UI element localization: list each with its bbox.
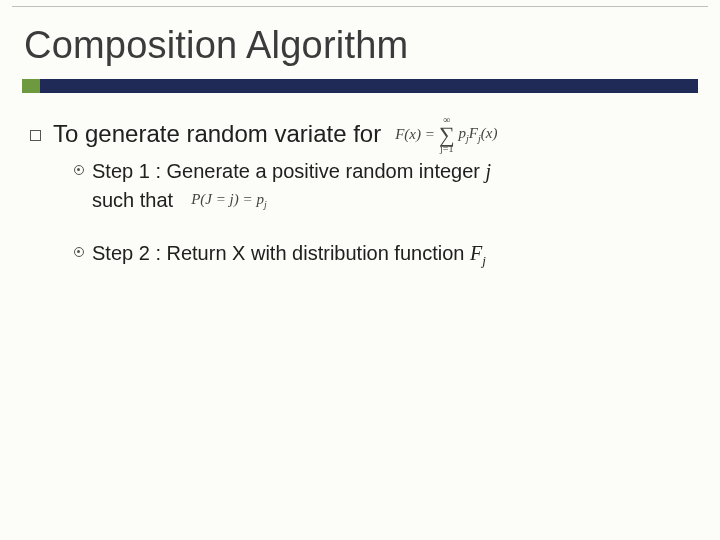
top-rule [12,6,708,7]
step-1-such-that-row: such that P(J = j) = pj [92,187,698,214]
sigma-block: ∞ ∑ j=1 [439,115,455,154]
slide-title: Composition Algorithm [24,24,698,67]
math-p: p [459,125,467,141]
step-1-text: Step 1 : Generate a positive random inte… [92,160,480,182]
step-2: Step 2 : Return X with distribution func… [74,240,698,270]
title-accent-chip [22,79,40,93]
math-F: F [469,125,478,141]
l1-text: To generate random variate for [53,118,381,150]
sigma-icon: ∑ [439,125,455,145]
math-arg: (x) [481,125,498,141]
step-2-body: Step 2 : Return X with distribution func… [92,240,698,270]
step-1-math-sub: j [264,199,267,210]
step-1: Step 1 : Generate a positive random inte… [74,158,698,214]
slide: Composition Algorithm To generate random… [0,0,720,540]
step-2-text: Step 2 : Return X with distribution func… [92,242,464,264]
step-1-math-lhs: P(J = j) = p [191,191,264,207]
sub-bullet-list: Step 1 : Generate a positive random inte… [30,158,698,270]
step-2-F-sub: j [482,253,486,268]
sigma-lower: j=1 [440,144,453,154]
title-accent-bar [22,79,698,93]
math-Fx: F(x) = [395,124,435,144]
step-1-var-j: j [486,160,492,182]
math-sum-expression: F(x) = ∞ ∑ j=1 pjFj(x) [395,115,497,154]
step-1-line: Step 1 : Generate a positive random inte… [92,158,698,185]
square-bullet-icon [30,130,41,141]
step-1-math: P(J = j) = pj [191,189,267,212]
vertical-gap [74,214,698,236]
math-term: pjFj(x) [459,123,498,146]
step-2-F: F [470,242,482,264]
step-1-such-that: such that [92,187,173,214]
step-2-Fj: Fj [470,242,486,264]
content-area: To generate random variate for F(x) = ∞ … [22,115,698,269]
step-1-body: Step 1 : Generate a positive random inte… [92,158,698,214]
circle-bullet-icon [74,247,84,257]
circle-bullet-icon [74,165,84,175]
bullet-level1: To generate random variate for F(x) = ∞ … [30,115,698,154]
